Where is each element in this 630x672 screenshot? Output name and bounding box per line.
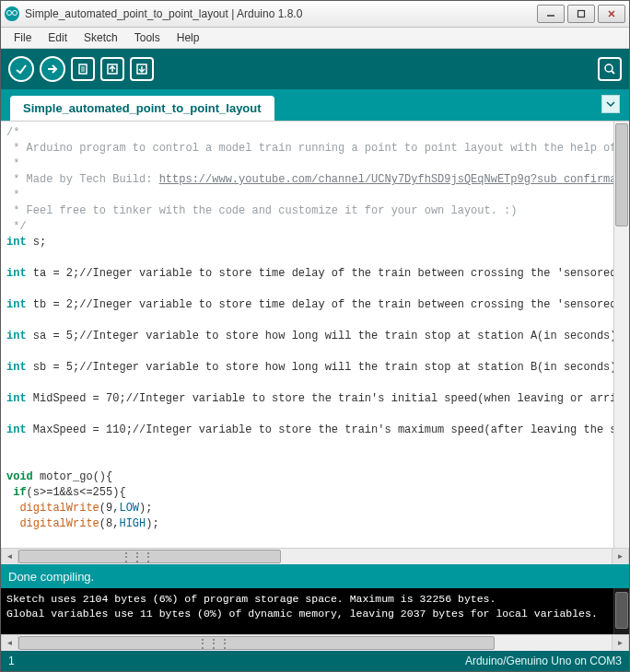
menu-sketch[interactable]: Sketch [76, 29, 125, 46]
console-horizontal-scrollbar[interactable]: ◄ ⋮⋮⋮ ► [1, 634, 629, 651]
scrollbar-thumb[interactable] [615, 592, 628, 629]
scrollbar-thumb[interactable]: ⋮⋮⋮ [18, 636, 495, 650]
upload-button[interactable] [40, 56, 65, 82]
console-vertical-scrollbar[interactable] [613, 588, 629, 634]
menu-help[interactable]: Help [169, 29, 207, 46]
editor-area: /* * Arduino program to control a model … [1, 121, 629, 564]
editor-horizontal-scrollbar[interactable]: ◄ ⋮⋮⋮ ► [1, 548, 629, 564]
tab-strip: Simple_automated_point_to_point_layout [1, 89, 629, 121]
code-editor[interactable]: /* * Arduino program to control a model … [1, 122, 629, 548]
verify-button[interactable] [8, 56, 34, 82]
hscroll-track[interactable]: ⋮⋮⋮ [18, 549, 612, 564]
scroll-left-button[interactable]: ◄ [1, 549, 18, 564]
tab-menu-button[interactable] [601, 95, 620, 113]
menu-bar: File Edit Sketch Tools Help [1, 28, 629, 49]
close-button[interactable] [598, 5, 625, 23]
scrollbar-thumb[interactable] [615, 123, 628, 226]
status-bar: 1 Arduino/Genuino Uno on COM3 [1, 651, 629, 671]
maximize-button[interactable] [567, 5, 595, 23]
new-sketch-button[interactable] [71, 57, 95, 81]
svg-point-13 [605, 64, 612, 72]
scroll-right-button[interactable]: ► [612, 635, 629, 651]
scrollbar-thumb[interactable]: ⋮⋮⋮ [18, 550, 281, 563]
menu-edit[interactable]: Edit [41, 29, 75, 46]
arrow-right-icon [46, 63, 59, 75]
compile-status-text: Done compiling. [8, 570, 94, 584]
board-port: Arduino/Genuino Uno on COM3 [465, 655, 622, 667]
scroll-left-button[interactable]: ◄ [1, 635, 18, 651]
file-icon [76, 63, 89, 75]
line-number: 1 [8, 655, 15, 667]
title-bar[interactable]: Simple_automated_point_to_point_layout |… [1, 1, 629, 28]
open-sketch-button[interactable] [100, 57, 124, 81]
arrow-down-icon [135, 63, 148, 75]
output-console[interactable]: Sketch uses 2104 bytes (6%) of program s… [1, 588, 629, 634]
svg-rect-1 [578, 11, 585, 17]
tab-active[interactable]: Simple_automated_point_to_point_layout [10, 96, 274, 121]
menu-tools[interactable]: Tools [127, 29, 168, 46]
check-icon [15, 63, 28, 75]
save-sketch-button[interactable] [130, 57, 154, 81]
svg-line-14 [612, 71, 614, 74]
compile-status-bar: Done compiling. [1, 564, 629, 588]
arrow-up-icon [106, 63, 119, 75]
menu-file[interactable]: File [6, 29, 39, 46]
chevron-down-icon [606, 99, 615, 109]
app-window: Simple_automated_point_to_point_layout |… [0, 0, 630, 672]
code-content[interactable]: /* * Arduino program to control a model … [1, 122, 614, 548]
hscroll-track[interactable]: ⋮⋮⋮ [18, 635, 612, 651]
toolbar [1, 49, 629, 89]
arduino-logo-icon [5, 6, 19, 21]
serial-monitor-button[interactable] [598, 57, 622, 81]
toolbar-left [8, 56, 154, 82]
window-title: Simple_automated_point_to_point_layout |… [25, 7, 531, 20]
minimize-button[interactable] [537, 5, 565, 23]
editor-vertical-scrollbar[interactable] [613, 122, 629, 548]
console-text: Sketch uses 2104 bytes (6%) of program s… [6, 592, 614, 634]
scroll-right-button[interactable]: ► [612, 549, 629, 564]
window-controls [537, 5, 625, 23]
magnifier-icon [603, 63, 616, 75]
